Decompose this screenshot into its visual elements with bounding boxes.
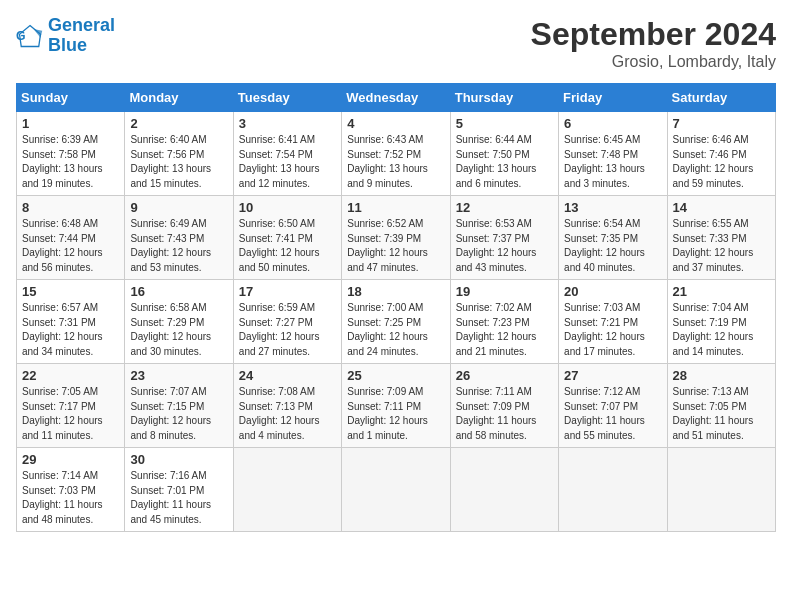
day-info: Sunrise: 7:00 AMSunset: 7:25 PMDaylight:… bbox=[347, 301, 444, 359]
svg-marker-2 bbox=[34, 29, 43, 38]
calendar-cell: 21Sunrise: 7:04 AMSunset: 7:19 PMDayligh… bbox=[667, 280, 775, 364]
title-block: September 2024 Grosio, Lombardy, Italy bbox=[531, 16, 776, 71]
day-number: 9 bbox=[130, 200, 227, 215]
col-header-wednesday: Wednesday bbox=[342, 84, 450, 112]
logo: G General Blue bbox=[16, 16, 115, 56]
calendar-cell: 18Sunrise: 7:00 AMSunset: 7:25 PMDayligh… bbox=[342, 280, 450, 364]
col-header-sunday: Sunday bbox=[17, 84, 125, 112]
logo-icon: G bbox=[16, 22, 44, 50]
calendar-cell: 29Sunrise: 7:14 AMSunset: 7:03 PMDayligh… bbox=[17, 448, 125, 532]
day-info: Sunrise: 7:16 AMSunset: 7:01 PMDaylight:… bbox=[130, 469, 227, 527]
calendar-cell: 25Sunrise: 7:09 AMSunset: 7:11 PMDayligh… bbox=[342, 364, 450, 448]
calendar-cell: 20Sunrise: 7:03 AMSunset: 7:21 PMDayligh… bbox=[559, 280, 667, 364]
header-row: SundayMondayTuesdayWednesdayThursdayFrid… bbox=[17, 84, 776, 112]
day-info: Sunrise: 6:43 AMSunset: 7:52 PMDaylight:… bbox=[347, 133, 444, 191]
day-info: Sunrise: 7:07 AMSunset: 7:15 PMDaylight:… bbox=[130, 385, 227, 443]
col-header-monday: Monday bbox=[125, 84, 233, 112]
calendar-cell bbox=[667, 448, 775, 532]
day-number: 22 bbox=[22, 368, 119, 383]
calendar-cell: 19Sunrise: 7:02 AMSunset: 7:23 PMDayligh… bbox=[450, 280, 558, 364]
day-info: Sunrise: 6:54 AMSunset: 7:35 PMDaylight:… bbox=[564, 217, 661, 275]
calendar-cell: 24Sunrise: 7:08 AMSunset: 7:13 PMDayligh… bbox=[233, 364, 341, 448]
calendar-cell: 3Sunrise: 6:41 AMSunset: 7:54 PMDaylight… bbox=[233, 112, 341, 196]
calendar-cell: 7Sunrise: 6:46 AMSunset: 7:46 PMDaylight… bbox=[667, 112, 775, 196]
day-number: 8 bbox=[22, 200, 119, 215]
day-info: Sunrise: 6:57 AMSunset: 7:31 PMDaylight:… bbox=[22, 301, 119, 359]
calendar-cell: 12Sunrise: 6:53 AMSunset: 7:37 PMDayligh… bbox=[450, 196, 558, 280]
calendar-cell: 15Sunrise: 6:57 AMSunset: 7:31 PMDayligh… bbox=[17, 280, 125, 364]
calendar-week-5: 29Sunrise: 7:14 AMSunset: 7:03 PMDayligh… bbox=[17, 448, 776, 532]
calendar-cell bbox=[450, 448, 558, 532]
calendar-cell bbox=[233, 448, 341, 532]
calendar-cell: 26Sunrise: 7:11 AMSunset: 7:09 PMDayligh… bbox=[450, 364, 558, 448]
day-info: Sunrise: 6:45 AMSunset: 7:48 PMDaylight:… bbox=[564, 133, 661, 191]
logo-text: General Blue bbox=[48, 16, 115, 56]
day-info: Sunrise: 6:46 AMSunset: 7:46 PMDaylight:… bbox=[673, 133, 770, 191]
calendar-cell: 22Sunrise: 7:05 AMSunset: 7:17 PMDayligh… bbox=[17, 364, 125, 448]
day-info: Sunrise: 7:09 AMSunset: 7:11 PMDaylight:… bbox=[347, 385, 444, 443]
day-info: Sunrise: 7:11 AMSunset: 7:09 PMDaylight:… bbox=[456, 385, 553, 443]
day-number: 23 bbox=[130, 368, 227, 383]
day-info: Sunrise: 7:12 AMSunset: 7:07 PMDaylight:… bbox=[564, 385, 661, 443]
calendar-week-4: 22Sunrise: 7:05 AMSunset: 7:17 PMDayligh… bbox=[17, 364, 776, 448]
day-info: Sunrise: 6:40 AMSunset: 7:56 PMDaylight:… bbox=[130, 133, 227, 191]
day-number: 17 bbox=[239, 284, 336, 299]
day-info: Sunrise: 7:05 AMSunset: 7:17 PMDaylight:… bbox=[22, 385, 119, 443]
calendar-cell: 14Sunrise: 6:55 AMSunset: 7:33 PMDayligh… bbox=[667, 196, 775, 280]
day-number: 26 bbox=[456, 368, 553, 383]
day-number: 20 bbox=[564, 284, 661, 299]
calendar-cell: 6Sunrise: 6:45 AMSunset: 7:48 PMDaylight… bbox=[559, 112, 667, 196]
calendar-cell: 10Sunrise: 6:50 AMSunset: 7:41 PMDayligh… bbox=[233, 196, 341, 280]
day-info: Sunrise: 6:58 AMSunset: 7:29 PMDaylight:… bbox=[130, 301, 227, 359]
calendar-cell: 30Sunrise: 7:16 AMSunset: 7:01 PMDayligh… bbox=[125, 448, 233, 532]
day-info: Sunrise: 6:49 AMSunset: 7:43 PMDaylight:… bbox=[130, 217, 227, 275]
day-number: 3 bbox=[239, 116, 336, 131]
day-number: 7 bbox=[673, 116, 770, 131]
calendar-cell: 2Sunrise: 6:40 AMSunset: 7:56 PMDaylight… bbox=[125, 112, 233, 196]
day-info: Sunrise: 6:59 AMSunset: 7:27 PMDaylight:… bbox=[239, 301, 336, 359]
calendar-cell: 28Sunrise: 7:13 AMSunset: 7:05 PMDayligh… bbox=[667, 364, 775, 448]
calendar-table: SundayMondayTuesdayWednesdayThursdayFrid… bbox=[16, 83, 776, 532]
col-header-saturday: Saturday bbox=[667, 84, 775, 112]
calendar-cell bbox=[342, 448, 450, 532]
calendar-week-3: 15Sunrise: 6:57 AMSunset: 7:31 PMDayligh… bbox=[17, 280, 776, 364]
day-info: Sunrise: 6:48 AMSunset: 7:44 PMDaylight:… bbox=[22, 217, 119, 275]
day-info: Sunrise: 7:13 AMSunset: 7:05 PMDaylight:… bbox=[673, 385, 770, 443]
day-info: Sunrise: 6:55 AMSunset: 7:33 PMDaylight:… bbox=[673, 217, 770, 275]
day-number: 5 bbox=[456, 116, 553, 131]
day-info: Sunrise: 6:52 AMSunset: 7:39 PMDaylight:… bbox=[347, 217, 444, 275]
day-number: 30 bbox=[130, 452, 227, 467]
day-number: 13 bbox=[564, 200, 661, 215]
day-info: Sunrise: 7:14 AMSunset: 7:03 PMDaylight:… bbox=[22, 469, 119, 527]
day-number: 6 bbox=[564, 116, 661, 131]
day-info: Sunrise: 7:04 AMSunset: 7:19 PMDaylight:… bbox=[673, 301, 770, 359]
calendar-cell: 27Sunrise: 7:12 AMSunset: 7:07 PMDayligh… bbox=[559, 364, 667, 448]
day-number: 12 bbox=[456, 200, 553, 215]
calendar-cell: 11Sunrise: 6:52 AMSunset: 7:39 PMDayligh… bbox=[342, 196, 450, 280]
day-info: Sunrise: 6:39 AMSunset: 7:58 PMDaylight:… bbox=[22, 133, 119, 191]
day-number: 14 bbox=[673, 200, 770, 215]
calendar-cell bbox=[559, 448, 667, 532]
calendar-cell: 17Sunrise: 6:59 AMSunset: 7:27 PMDayligh… bbox=[233, 280, 341, 364]
calendar-week-2: 8Sunrise: 6:48 AMSunset: 7:44 PMDaylight… bbox=[17, 196, 776, 280]
day-number: 15 bbox=[22, 284, 119, 299]
day-info: Sunrise: 7:02 AMSunset: 7:23 PMDaylight:… bbox=[456, 301, 553, 359]
day-info: Sunrise: 6:44 AMSunset: 7:50 PMDaylight:… bbox=[456, 133, 553, 191]
calendar-week-1: 1Sunrise: 6:39 AMSunset: 7:58 PMDaylight… bbox=[17, 112, 776, 196]
day-number: 18 bbox=[347, 284, 444, 299]
location-title: Grosio, Lombardy, Italy bbox=[531, 53, 776, 71]
day-number: 1 bbox=[22, 116, 119, 131]
day-number: 4 bbox=[347, 116, 444, 131]
page-header: G General Blue September 2024 Grosio, Lo… bbox=[16, 16, 776, 71]
day-number: 19 bbox=[456, 284, 553, 299]
calendar-cell: 5Sunrise: 6:44 AMSunset: 7:50 PMDaylight… bbox=[450, 112, 558, 196]
day-info: Sunrise: 7:03 AMSunset: 7:21 PMDaylight:… bbox=[564, 301, 661, 359]
day-number: 10 bbox=[239, 200, 336, 215]
calendar-cell: 1Sunrise: 6:39 AMSunset: 7:58 PMDaylight… bbox=[17, 112, 125, 196]
day-number: 27 bbox=[564, 368, 661, 383]
calendar-cell: 13Sunrise: 6:54 AMSunset: 7:35 PMDayligh… bbox=[559, 196, 667, 280]
day-number: 24 bbox=[239, 368, 336, 383]
col-header-friday: Friday bbox=[559, 84, 667, 112]
month-title: September 2024 bbox=[531, 16, 776, 53]
day-number: 21 bbox=[673, 284, 770, 299]
